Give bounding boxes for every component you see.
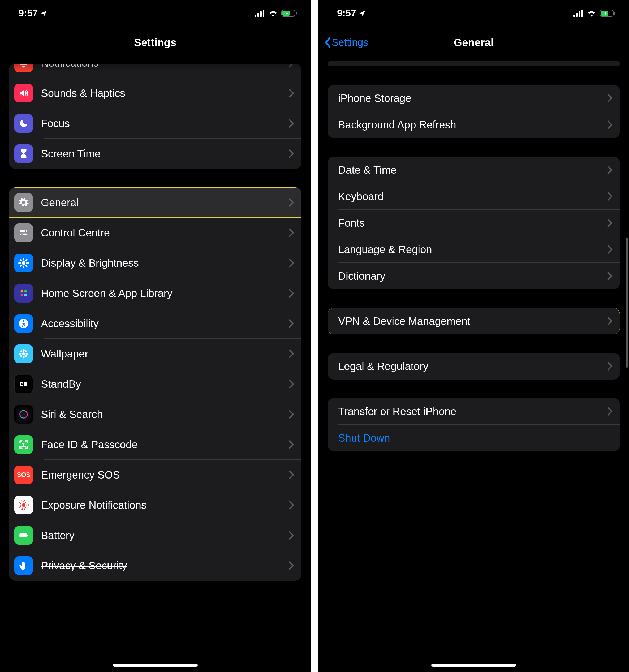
battery-icon (14, 526, 33, 545)
chevron-right-icon (289, 319, 294, 328)
svg-rect-20 (21, 290, 23, 293)
chevron-right-icon (289, 349, 294, 358)
svg-rect-49 (576, 13, 578, 17)
row-label: Notifications (41, 64, 286, 69)
general-group-reset: Transfer or Reset iPhone Shut Down (328, 398, 620, 451)
row-sounds-haptics[interactable]: Sounds & Haptics (9, 78, 301, 108)
row-label: VPN & Device Management (338, 315, 605, 327)
battery-charging-icon (600, 9, 616, 17)
status-time: 9:57 (19, 8, 38, 19)
status-bar: 9:57 (318, 0, 629, 27)
svg-point-31 (20, 350, 23, 353)
row-shut-down[interactable]: Shut Down (328, 425, 620, 451)
row-general[interactable]: General (9, 187, 301, 218)
row-label: Control Centre (41, 227, 286, 239)
row-siri-search[interactable]: Siri & Search (9, 399, 301, 429)
sos-icon: SOS (14, 465, 33, 484)
row-exposure-notifications[interactable]: Exposure Notifications (9, 490, 301, 520)
home-indicator[interactable] (113, 664, 198, 667)
chevron-right-icon (289, 531, 294, 540)
row-label: Privacy & Security (41, 560, 286, 572)
svg-rect-2 (260, 11, 262, 17)
chevron-right-icon (607, 192, 612, 201)
svg-rect-21 (24, 290, 27, 293)
row-control-centre[interactable]: Control Centre (9, 218, 301, 248)
row-legal-regulatory[interactable]: Legal & Regulatory (328, 353, 620, 380)
wifi-icon (587, 10, 596, 17)
chevron-right-icon (289, 149, 294, 158)
chevron-right-icon (607, 218, 612, 227)
row-iphone-storage[interactable]: iPhone Storage (328, 85, 620, 112)
svg-point-41 (22, 443, 23, 444)
settings-scroll[interactable]: Notifications Sounds & Haptics Focus (0, 61, 311, 672)
row-label: Siri & Search (41, 408, 286, 421)
svg-point-26 (22, 353, 25, 355)
phone-settings: 9:57 Settings (0, 0, 311, 672)
row-carplay[interactable]: CarPlay (328, 61, 620, 66)
status-left: 9:57 (19, 8, 47, 19)
sun-icon (14, 254, 33, 272)
chevron-right-icon (289, 561, 294, 570)
svg-rect-47 (27, 534, 28, 536)
nav-bar: Settings General (318, 27, 629, 58)
row-label: StandBy (41, 378, 286, 390)
svg-point-33 (20, 355, 23, 358)
row-label: Sounds & Haptics (41, 87, 286, 99)
location-arrow-icon (40, 10, 47, 17)
row-fonts[interactable]: Fonts (328, 210, 620, 236)
flower-icon (14, 344, 33, 363)
cellular-signal-icon (255, 10, 265, 17)
faceid-icon (14, 435, 33, 454)
row-label: Face ID & Passcode (41, 439, 286, 451)
svg-rect-46 (19, 533, 27, 537)
svg-rect-51 (581, 10, 583, 17)
wifi-icon (269, 10, 277, 17)
chevron-right-icon (289, 501, 294, 509)
svg-rect-23 (24, 294, 27, 296)
svg-point-27 (23, 349, 25, 352)
row-background-app-refresh[interactable]: Background App Refresh (328, 112, 620, 138)
scrollbar-thumb[interactable] (626, 238, 628, 367)
row-label: Language & Region (338, 244, 605, 256)
row-label: Background App Refresh (338, 119, 605, 131)
back-button[interactable]: Settings (324, 27, 368, 58)
settings-group-2: General Control Centre Display & Brightn… (9, 187, 301, 581)
row-notifications[interactable]: Notifications (9, 64, 301, 78)
row-screen-time[interactable]: Screen Time (9, 139, 301, 169)
row-label: Emergency SOS (41, 469, 286, 481)
speaker-icon (14, 84, 33, 102)
row-display-brightness[interactable]: Display & Brightness (9, 248, 301, 278)
chevron-right-icon (607, 120, 612, 129)
row-focus[interactable]: Focus (9, 108, 301, 139)
row-emergency-sos[interactable]: SOS Emergency SOS (9, 460, 301, 490)
row-dictionary[interactable]: Dictionary (328, 263, 620, 289)
home-indicator[interactable] (431, 664, 516, 667)
row-date-time[interactable]: Date & Time (328, 157, 620, 183)
row-vpn-device-management[interactable]: VPN & Device Management (328, 308, 620, 334)
chevron-right-icon (607, 407, 612, 416)
chevron-right-icon (289, 410, 294, 419)
svg-point-30 (25, 353, 28, 355)
svg-line-18 (26, 260, 27, 261)
row-transfer-reset-iphone[interactable]: Transfer or Reset iPhone (328, 398, 620, 425)
row-wallpaper[interactable]: Wallpaper (9, 339, 301, 369)
general-scroll[interactable]: CarPlay iPhone Storage Background App Re… (318, 61, 629, 672)
row-accessibility[interactable]: Accessibility (9, 308, 301, 339)
row-home-screen[interactable]: Home Screen & App Library (9, 278, 301, 308)
row-label: Shut Down (338, 432, 615, 444)
row-language-region[interactable]: Language & Region (328, 236, 620, 263)
chevron-right-icon (289, 470, 294, 479)
row-keyboard[interactable]: Keyboard (328, 183, 620, 210)
row-standby[interactable]: StandBy (9, 369, 301, 399)
svg-rect-48 (573, 15, 575, 17)
row-label: Home Screen & App Library (41, 287, 286, 299)
status-bar: 9:57 (0, 0, 311, 27)
location-arrow-icon (359, 10, 366, 17)
row-battery[interactable]: Battery (9, 520, 301, 550)
accessibility-icon (14, 314, 33, 333)
row-privacy-security[interactable]: Privacy & Security (9, 550, 301, 581)
chevron-left-icon (324, 37, 331, 48)
row-label: Screen Time (41, 148, 286, 160)
row-faceid-passcode[interactable]: Face ID & Passcode (9, 429, 301, 460)
hourglass-icon (14, 144, 33, 163)
